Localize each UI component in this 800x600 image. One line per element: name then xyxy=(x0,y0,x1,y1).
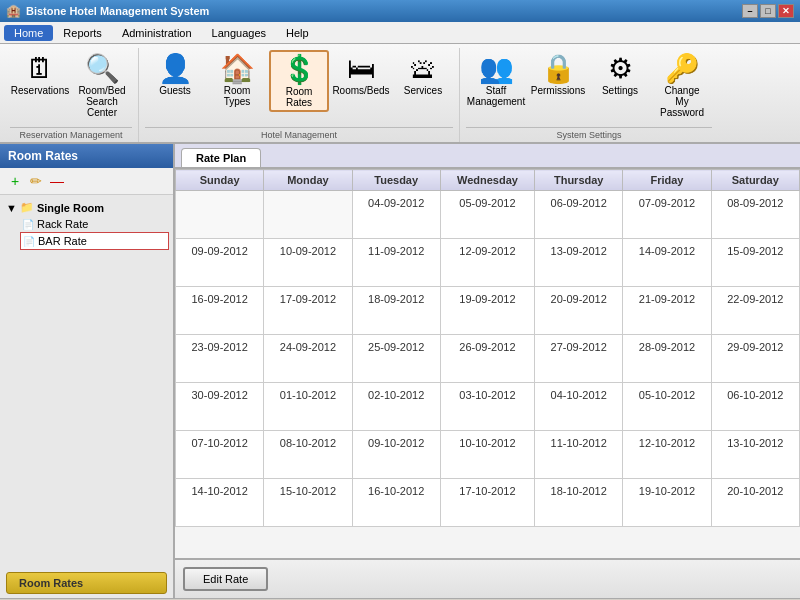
room-rates-button[interactable]: 💲 RoomRates xyxy=(269,50,329,112)
calendar-cell-6-3[interactable]: 17-10-2012 xyxy=(440,479,534,527)
calendar-cell-4-0[interactable]: 30-09-2012 xyxy=(176,383,264,431)
calendar-cell-3-4[interactable]: 27-09-2012 xyxy=(535,335,623,383)
calendar-cell-6-4[interactable]: 18-10-2012 xyxy=(535,479,623,527)
hotel-section-label: Hotel Management xyxy=(145,127,453,140)
rack-rate-label: Rack Rate xyxy=(37,218,88,230)
menu-help[interactable]: Help xyxy=(276,25,319,41)
header-saturday: Saturday xyxy=(711,170,799,191)
calendar-cell-0-2[interactable]: 04-09-2012 xyxy=(352,191,440,239)
calendar-cell-0-6[interactable]: 08-09-2012 xyxy=(711,191,799,239)
calendar-cell-2-6[interactable]: 22-09-2012 xyxy=(711,287,799,335)
menu-administration[interactable]: Administration xyxy=(112,25,202,41)
calendar-cell-3-0[interactable]: 23-09-2012 xyxy=(176,335,264,383)
calendar-cell-5-4[interactable]: 11-10-2012 xyxy=(535,431,623,479)
calendar-cell-2-2[interactable]: 18-09-2012 xyxy=(352,287,440,335)
calendar-cell-4-2[interactable]: 02-10-2012 xyxy=(352,383,440,431)
guests-button[interactable]: 👤 Guests xyxy=(145,50,205,99)
reservation-section-label: Reservation Management xyxy=(10,127,132,140)
room-bed-search-button[interactable]: 🔍 Room/BedSearch Center xyxy=(72,50,132,121)
calendar-cell-1-6[interactable]: 15-09-2012 xyxy=(711,239,799,287)
calendar-cell-3-1[interactable]: 24-09-2012 xyxy=(264,335,352,383)
room-types-label: RoomTypes xyxy=(224,85,251,107)
calendar-cell-5-5[interactable]: 12-10-2012 xyxy=(623,431,711,479)
calendar-cell-1-2[interactable]: 11-09-2012 xyxy=(352,239,440,287)
calendar-cell-5-2[interactable]: 09-10-2012 xyxy=(352,431,440,479)
folder-icon: 📁 xyxy=(20,201,34,214)
calendar-cell-0-4[interactable]: 06-09-2012 xyxy=(535,191,623,239)
calendar-cell-4-6[interactable]: 06-10-2012 xyxy=(711,383,799,431)
menu-home[interactable]: Home xyxy=(4,25,53,41)
calendar-cell-2-1[interactable]: 17-09-2012 xyxy=(264,287,352,335)
app-title: Bistone Hotel Management System xyxy=(26,5,209,17)
rate-plan-tab[interactable]: Rate Plan xyxy=(181,148,261,167)
edit-rate-button[interactable]: Edit Rate xyxy=(183,567,268,591)
calendar-cell-6-6[interactable]: 20-10-2012 xyxy=(711,479,799,527)
permissions-label: Permissions xyxy=(531,85,585,96)
tree-root-item[interactable]: ▼ 📁 Single Room xyxy=(4,199,169,216)
calendar-cell-4-4[interactable]: 04-10-2012 xyxy=(535,383,623,431)
calendar-cell-2-4[interactable]: 20-09-2012 xyxy=(535,287,623,335)
reservations-button[interactable]: 🗓 Reservations xyxy=(10,50,70,99)
calendar-cell-0-0[interactable] xyxy=(176,191,264,239)
close-button[interactable]: ✕ xyxy=(778,4,794,18)
calendar-cell-3-3[interactable]: 26-09-2012 xyxy=(440,335,534,383)
edit-rate-icon-button[interactable]: ✏ xyxy=(27,172,45,190)
rack-rate-item[interactable]: 📄 Rack Rate xyxy=(20,216,169,232)
delete-rate-button[interactable]: — xyxy=(48,172,66,190)
calendar-cell-6-0[interactable]: 14-10-2012 xyxy=(176,479,264,527)
calendar-week-6: 14-10-201215-10-201216-10-201217-10-2012… xyxy=(176,479,800,527)
calendar-cell-5-1[interactable]: 08-10-2012 xyxy=(264,431,352,479)
bar-rate-item[interactable]: 📄 BAR Rate xyxy=(20,232,169,250)
calendar-table: Sunday Monday Tuesday Wednesday Thursday… xyxy=(175,169,800,527)
calendar-cell-3-6[interactable]: 29-09-2012 xyxy=(711,335,799,383)
calendar-cell-2-5[interactable]: 21-09-2012 xyxy=(623,287,711,335)
header-tuesday: Tuesday xyxy=(352,170,440,191)
title-buttons: – □ ✕ xyxy=(742,4,794,18)
calendar-cell-1-4[interactable]: 13-09-2012 xyxy=(535,239,623,287)
calendar-cell-3-5[interactable]: 28-09-2012 xyxy=(623,335,711,383)
calendar-cell-4-3[interactable]: 03-10-2012 xyxy=(440,383,534,431)
calendar-cell-0-3[interactable]: 05-09-2012 xyxy=(440,191,534,239)
calendar-cell-5-3[interactable]: 10-10-2012 xyxy=(440,431,534,479)
minimize-button[interactable]: – xyxy=(742,4,758,18)
maximize-button[interactable]: □ xyxy=(760,4,776,18)
calendar-cell-1-3[interactable]: 12-09-2012 xyxy=(440,239,534,287)
settings-button[interactable]: ⚙ Settings xyxy=(590,50,650,99)
staff-mgmt-button[interactable]: 👥 StaffManagement xyxy=(466,50,526,110)
calendar-cell-4-1[interactable]: 01-10-2012 xyxy=(264,383,352,431)
calendar-cell-0-5[interactable]: 07-09-2012 xyxy=(623,191,711,239)
calendar-area[interactable]: Sunday Monday Tuesday Wednesday Thursday… xyxy=(175,169,800,558)
calendar-cell-1-1[interactable]: 10-09-2012 xyxy=(264,239,352,287)
bottom-bar: Edit Rate xyxy=(175,558,800,598)
calendar-cell-6-2[interactable]: 16-10-2012 xyxy=(352,479,440,527)
left-panel: Room Rates + ✏ — ▼ 📁 Single Room 📄 Rack … xyxy=(0,144,175,598)
calendar-cell-1-5[interactable]: 14-09-2012 xyxy=(623,239,711,287)
room-types-button[interactable]: 🏠 RoomTypes xyxy=(207,50,267,110)
room-rates-label: RoomRates xyxy=(286,86,313,108)
services-label: Services xyxy=(404,85,442,96)
menu-languages[interactable]: Languages xyxy=(202,25,276,41)
calendar-cell-2-3[interactable]: 19-09-2012 xyxy=(440,287,534,335)
room-types-icon: 🏠 xyxy=(220,55,255,83)
add-rate-button[interactable]: + xyxy=(6,172,24,190)
menu-reports[interactable]: Reports xyxy=(53,25,112,41)
calendar-cell-5-6[interactable]: 13-10-2012 xyxy=(711,431,799,479)
rooms-beds-button[interactable]: 🛏 Rooms/Beds xyxy=(331,50,391,99)
calendar-cell-0-1[interactable] xyxy=(264,191,352,239)
services-icon: 🛎 xyxy=(409,55,437,83)
calendar-cell-4-5[interactable]: 05-10-2012 xyxy=(623,383,711,431)
calendar-cell-6-1[interactable]: 15-10-2012 xyxy=(264,479,352,527)
rack-rate-icon: 📄 xyxy=(22,219,34,230)
change-password-button[interactable]: 🔑 Change MyPassword xyxy=(652,50,712,121)
system-section-label: System Settings xyxy=(466,127,712,140)
permissions-button[interactable]: 🔒 Permissions xyxy=(528,50,588,99)
calendar-cell-5-0[interactable]: 07-10-2012 xyxy=(176,431,264,479)
calendar-cell-6-5[interactable]: 19-10-2012 xyxy=(623,479,711,527)
calendar-cell-1-0[interactable]: 09-09-2012 xyxy=(176,239,264,287)
services-button[interactable]: 🛎 Services xyxy=(393,50,453,99)
bar-rate-icon: 📄 xyxy=(23,236,35,247)
calendar-cell-2-0[interactable]: 16-09-2012 xyxy=(176,287,264,335)
system-buttons: 👥 StaffManagement 🔒 Permissions ⚙ Settin… xyxy=(466,48,712,127)
right-content: Rate Plan Sunday Monday Tuesday Wednesda… xyxy=(175,144,800,598)
calendar-cell-3-2[interactable]: 25-09-2012 xyxy=(352,335,440,383)
